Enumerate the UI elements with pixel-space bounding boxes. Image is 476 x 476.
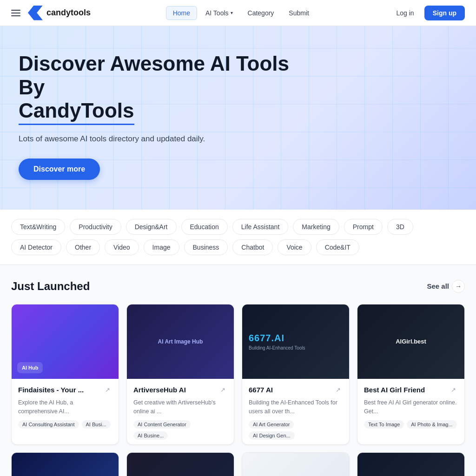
nav-link-submit[interactable]: Submit xyxy=(282,7,316,20)
card-title: Findaisites - Your ... xyxy=(18,386,103,394)
chevron-down-icon: ▾ xyxy=(231,10,233,15)
card-tags: AI Content Generator AI Busine... xyxy=(133,420,227,440)
card-ai-tool[interactable]: AI Tool ↗ xyxy=(242,452,350,476)
card-viggle[interactable]: Viggle AI Video Viggle AI Video ↗ xyxy=(11,452,119,476)
hero-section: Discover Awesome AI Tools By CandyTools … xyxy=(0,26,476,210)
card-title: Best AI Girl Friend xyxy=(364,386,449,394)
card-aigirlfriend[interactable]: AIGirl.best Best AI Girl Friend ↗ Best f… xyxy=(357,304,465,445)
hero-title: Discover Awesome AI Tools By CandyTools xyxy=(19,52,307,125)
cat-business[interactable]: Business xyxy=(184,239,228,255)
see-all-link[interactable]: See all → xyxy=(427,280,465,293)
card-tag[interactable]: AI Design Gen... xyxy=(249,431,295,440)
card-title: ArtiverseHub AI xyxy=(133,386,218,394)
cards-grid-1: AI Hub Findaisites - Your ... ↗ Explore … xyxy=(11,304,465,445)
nav-link-aitools[interactable]: AI Tools ▾ xyxy=(199,7,239,20)
cards-grid-2: Viggle AI Video Viggle AI Video ↗ AI tat… xyxy=(11,452,465,476)
cat-prompt[interactable]: Prompt xyxy=(344,219,383,235)
category-row-2: AI Detector Other Video Image Business C… xyxy=(11,239,465,255)
card-thumb-8: The guide of the GPT-4o | GPT4o xyxy=(357,453,464,476)
card-thumb-3: 6677.AI Building AI-Enhanced Tools xyxy=(242,304,349,379)
cat-marketing[interactable]: Marketing xyxy=(293,219,339,235)
nav-link-category[interactable]: Category xyxy=(241,7,281,20)
discover-more-button[interactable]: Discover more xyxy=(19,159,100,180)
brand-name: candytools xyxy=(46,8,91,18)
categories-section: Text&Writing Productivity Design&Art Edu… xyxy=(0,210,476,265)
see-all-arrow-icon: → xyxy=(452,280,465,293)
card-tag[interactable]: AI Consulting Assistant xyxy=(18,420,79,429)
cat-3d[interactable]: 3D xyxy=(387,219,413,235)
cat-ai-detector[interactable]: AI Detector xyxy=(11,239,61,255)
navbar: candytools Home AI Tools ▾ Category Subm… xyxy=(0,0,476,26)
section-header: Just Launched See all → xyxy=(11,280,465,293)
card-thumb-4: AIGirl.best xyxy=(357,304,464,379)
cat-productivity[interactable]: Productivity xyxy=(70,219,121,235)
card-gpt4o[interactable]: The guide of the GPT-4o | GPT4o GPT-4o G… xyxy=(357,452,465,476)
external-link-icon: ↗ xyxy=(218,385,227,395)
external-link-icon: ↗ xyxy=(449,385,458,395)
card-artiversehub[interactable]: AI Art Image Hub ArtiverseHub AI ↗ Get c… xyxy=(126,304,234,445)
card-desc: Building the AI-Enhanced Tools for users… xyxy=(249,398,343,416)
cat-text-writing[interactable]: Text&Writing xyxy=(11,219,65,235)
card-tag[interactable]: Text To Image xyxy=(364,420,404,429)
cat-education[interactable]: Education xyxy=(181,219,228,235)
cat-voice[interactable]: Voice xyxy=(278,239,311,255)
card-thumb-5: Viggle AI Video xyxy=(12,453,119,476)
nav-links: Home AI Tools ▾ Category Submit xyxy=(166,6,316,20)
card-desc: Explore the AI Hub, a comprehensive AI..… xyxy=(18,398,112,416)
cat-life-assistant[interactable]: Life Assistant xyxy=(232,219,289,235)
card-6677ai[interactable]: 6677.AI Building AI-Enhanced Tools 6677 … xyxy=(242,304,350,445)
card-tag[interactable]: AI Busi... xyxy=(82,420,111,429)
card-thumb-2: AI Art Image Hub xyxy=(127,304,234,379)
cat-chatbot[interactable]: Chatbot xyxy=(232,239,273,255)
card-tag[interactable]: AI Photo & Imag... xyxy=(407,420,456,429)
card-tags: AI Consulting Assistant AI Busi... xyxy=(18,420,112,429)
card-tag[interactable]: AI Art Generator xyxy=(249,420,294,429)
card-desc: Best free AI AI Girl generator online. G… xyxy=(364,398,458,416)
external-link-icon: ↗ xyxy=(103,385,112,395)
logo-icon xyxy=(28,6,43,20)
card-title: 6677 AI xyxy=(249,386,333,394)
section-title: Just Launched xyxy=(11,280,90,293)
main-content: Just Launched See all → AI Hub Findaisit… xyxy=(0,265,476,476)
cat-design-art[interactable]: Design&Art xyxy=(126,219,177,235)
card-tags: AI Art Generator AI Design Gen... xyxy=(249,420,343,440)
card-tags: Text To Image AI Photo & Imag... xyxy=(364,420,458,429)
card-findaisites[interactable]: AI Hub Findaisites - Your ... ↗ Explore … xyxy=(11,304,119,445)
category-row-1: Text&Writing Productivity Design&Art Edu… xyxy=(11,219,465,235)
login-button[interactable]: Log in xyxy=(391,7,420,20)
card-desc: Get creative with ArtiverseHub's online … xyxy=(133,398,227,416)
hamburger-menu[interactable] xyxy=(11,10,20,16)
cat-video[interactable]: Video xyxy=(105,239,139,255)
nav-auth: Log in Sign up xyxy=(391,6,465,20)
card-tattoo[interactable]: AI tattoo generator and design AI Tattoo… xyxy=(126,452,234,476)
external-link-icon: ↗ xyxy=(333,385,343,395)
card-thumb-1: AI Hub xyxy=(12,304,119,379)
card-tag[interactable]: AI Content Generator xyxy=(133,420,191,429)
cat-image[interactable]: Image xyxy=(144,239,179,255)
card-thumb-6: AI tattoo generator and design xyxy=(127,453,234,476)
hero-subtitle: Lots of awesome AI tools directory and u… xyxy=(19,134,307,144)
nav-link-home[interactable]: Home xyxy=(166,6,197,20)
card-tag[interactable]: AI Busine... xyxy=(133,431,168,440)
card-thumb-7 xyxy=(242,453,349,476)
cat-other[interactable]: Other xyxy=(66,239,100,255)
cat-code-it[interactable]: Code&IT xyxy=(316,239,359,255)
signup-button[interactable]: Sign up xyxy=(424,6,465,20)
